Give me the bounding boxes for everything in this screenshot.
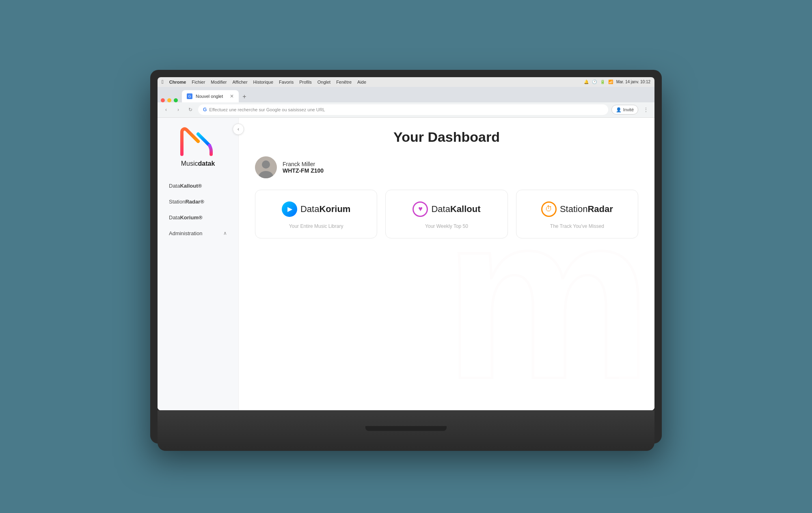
logo-bold-text: datak [198, 160, 215, 167]
sidebar-item-stationradar-label: StationRadar® [169, 199, 204, 205]
sidebar-item-stationradar[interactable]: StationRadar® [164, 195, 232, 209]
sidebar-item-datakallout-label: DataKallout® [169, 183, 202, 189]
sidebar-navigation: DataKallout® StationRadar® DataKorium® [158, 179, 238, 240]
close-traffic-light[interactable] [161, 98, 165, 102]
tab-favicon-icon: G [187, 93, 192, 99]
time-icon: 🕐 [592, 80, 597, 84]
reload-button[interactable]: ↻ [186, 105, 195, 114]
laptop-base [158, 410, 654, 451]
avatar-image [255, 156, 277, 178]
laptop-screen:  Chrome Fichier Modifier Afficher Histo… [158, 77, 654, 410]
user-station: WHTZ-FM Z100 [283, 167, 324, 174]
menu-modifier[interactable]: Modifier [211, 80, 227, 84]
macos-menu-items: Chrome Fichier Modifier Afficher Histori… [169, 80, 366, 84]
back-button[interactable]: ‹ [162, 105, 171, 114]
logo-container: Musicdatak [178, 126, 218, 167]
chrome-tabs-bar: G Nouvel onglet ✕ + [158, 87, 654, 102]
datetime-display: Mar. 14 janv. 10:12 [616, 80, 650, 84]
menu-chrome[interactable]: Chrome [169, 80, 186, 84]
card-datakorium-light: Data [300, 204, 319, 214]
profile-label: Invité [623, 107, 634, 112]
chrome-toolbar: ‹ › ↻ G Effectuez une recherche sur Goog… [158, 102, 654, 118]
dashboard-title: Your Dashboard [255, 129, 638, 145]
sidebar-item-datakallout-bold: Kallout® [180, 183, 202, 189]
apple-logo-icon:  [162, 79, 164, 85]
sidebar-item-datakallout[interactable]: DataKallout® [164, 179, 232, 193]
menu-fichier[interactable]: Fichier [192, 80, 205, 84]
datakallout-heart-icon: ♥ [412, 201, 428, 217]
sidebar-item-datakorium-bold: Korium® [180, 214, 202, 221]
card-datakallout-text: DataKallout [431, 204, 480, 214]
chrome-tab-active[interactable]: G Nouvel onglet ✕ [182, 90, 239, 102]
sidebar-item-datakorium[interactable]: DataKorium® [164, 210, 232, 225]
laptop-shell:  Chrome Fichier Modifier Afficher Histo… [150, 70, 662, 444]
card-stationradar-light: Station [560, 204, 588, 214]
logo-light-text: Music [181, 160, 198, 167]
menu-afficher[interactable]: Afficher [232, 80, 247, 84]
macos-right-icons: 🔔 🕐 🔋 📶 Mar. 14 janv. 10:12 [584, 80, 650, 84]
url-text: Effectuez une recherche sur Google ou sa… [209, 107, 325, 112]
sidebar-item-administration-label: Administration [169, 230, 202, 236]
notification-icon: 🔔 [584, 80, 589, 84]
card-stationradar-bold: Radar [587, 204, 613, 214]
card-datakorium-subtitle: Your Entire Music Library [289, 223, 343, 229]
user-info: Franck Miller WHTZ-FM Z100 [283, 161, 324, 174]
wifi-icon: 📶 [608, 80, 613, 84]
more-options-button[interactable]: ⋮ [641, 105, 650, 114]
datakorium-play-icon [282, 201, 297, 217]
card-datakallout[interactable]: ♥ DataKallout Your Weekly Top 50 [385, 190, 508, 238]
menu-profils[interactable]: Profils [299, 80, 312, 84]
google-icon: G [203, 107, 207, 113]
sidebar-collapse-button[interactable]: ‹ [233, 123, 244, 135]
sidebar: ‹ [158, 118, 239, 410]
user-name: Franck Miller [283, 161, 324, 167]
card-datakallout-logo: ♥ DataKallout [412, 201, 480, 217]
card-stationradar-subtitle: The Track You've Missed [550, 223, 604, 229]
laptop-base-notch [365, 426, 447, 431]
card-stationradar-logo: ⏱ StationRadar [541, 201, 613, 217]
user-profile-strip: Franck Miller WHTZ-FM Z100 [255, 156, 638, 178]
card-datakallout-light: Data [431, 204, 450, 214]
minimize-traffic-light[interactable] [167, 98, 171, 102]
user-avatar [255, 156, 277, 178]
url-bar[interactable]: G Effectuez une recherche sur Google ou … [198, 104, 608, 115]
app-content: ‹ [158, 118, 654, 410]
sidebar-item-datakallout-light: Data [169, 183, 180, 189]
maximize-traffic-light[interactable] [174, 98, 178, 102]
menu-onglet[interactable]: Onglet [317, 80, 330, 84]
svg-point-2 [262, 160, 270, 169]
profile-button[interactable]: 👤 Invité [611, 105, 638, 115]
profile-icon: 👤 [616, 107, 622, 113]
traffic-lights [161, 98, 178, 102]
card-stationradar[interactable]: ⏱ StationRadar The Track You've Missed [516, 190, 638, 238]
tab-label: Nouvel onglet [196, 94, 223, 99]
sidebar-item-administration[interactable]: Administration ∧ [164, 226, 232, 240]
card-datakallout-bold: Kallout [450, 204, 481, 214]
menu-aide[interactable]: Aide [357, 80, 366, 84]
sidebar-item-stationradar-light: Station [169, 199, 185, 205]
card-datakallout-subtitle: Your Weekly Top 50 [425, 223, 468, 229]
menu-favoris[interactable]: Favoris [279, 80, 294, 84]
main-content: m Your Dashboard [239, 118, 654, 410]
card-stationradar-text: StationRadar [560, 204, 613, 214]
battery-icon: 🔋 [600, 80, 605, 84]
musicdatak-logo-svg [178, 126, 218, 158]
app-cards-grid: DataKorium Your Entire Music Library ♥ D… [255, 190, 638, 238]
macos-menubar:  Chrome Fichier Modifier Afficher Histo… [158, 77, 654, 87]
administration-chevron-icon: ∧ [223, 230, 227, 236]
logo-text: Musicdatak [181, 160, 215, 167]
menu-fenetre[interactable]: Fenêtre [336, 80, 352, 84]
menu-historique[interactable]: Historique [253, 80, 274, 84]
sidebar-item-stationradar-bold: Radar® [185, 199, 204, 205]
card-datakorium[interactable]: DataKorium Your Entire Music Library [255, 190, 377, 238]
chrome-browser: G Nouvel onglet ✕ + ‹ › ↻ G Effectuez un… [158, 87, 654, 410]
stationradar-clock-icon: ⏱ [541, 201, 557, 217]
card-datakorium-logo: DataKorium [282, 201, 350, 217]
forward-button[interactable]: › [174, 105, 183, 114]
new-tab-button[interactable]: + [239, 91, 250, 102]
sidebar-item-datakorium-light: Data [169, 214, 180, 221]
card-datakorium-text: DataKorium [300, 204, 350, 214]
card-datakorium-bold: Korium [319, 204, 350, 214]
tab-close-icon[interactable]: ✕ [230, 93, 234, 99]
sidebar-item-datakorium-label: DataKorium® [169, 214, 203, 221]
